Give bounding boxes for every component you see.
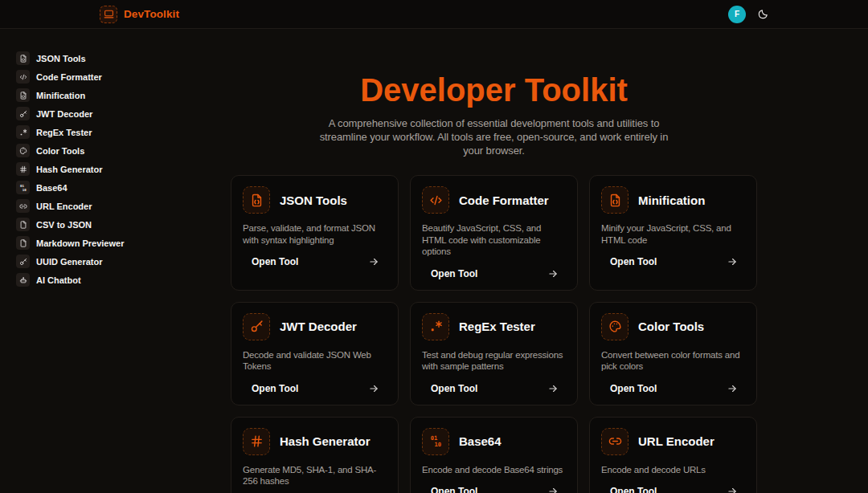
svg-text:10: 10: [434, 441, 441, 448]
card-footer: Open Tool: [422, 268, 566, 279]
sidebar-item-hash-generator[interactable]: Hash Generator: [16, 162, 193, 176]
card-footer: Open Tool: [422, 383, 566, 394]
card-description: Encode and decode URLs: [601, 464, 745, 476]
key-icon: [243, 313, 270, 340]
sidebar-item-regex-tester[interactable]: RegEx Tester: [16, 125, 193, 139]
sidebar-item-label: Color Tools: [36, 146, 84, 156]
subtitle-line: streamline your workflow. All tools are …: [245, 130, 743, 144]
file-json-icon: [16, 51, 30, 65]
tool-card-minification: MinificationMinify your JavaScript, CSS,…: [589, 175, 757, 291]
regex-icon: [422, 313, 449, 340]
svg-text:10: 10: [22, 187, 27, 191]
link-icon: [601, 428, 628, 455]
hash-icon: [243, 428, 270, 455]
hash-icon: [16, 162, 30, 176]
regex-icon: [16, 125, 30, 139]
sidebar-item-label: URL Encoder: [36, 202, 92, 211]
file-json-icon: [243, 186, 270, 214]
palette-icon: [601, 313, 628, 340]
sidebar-item-label: Markdown Previewer: [36, 238, 124, 248]
key-icon: [16, 255, 30, 268]
sidebar-list: JSON ToolsCode FormatterMinificationJWT …: [16, 51, 193, 287]
header-container: DevToolkit F: [100, 0, 768, 28]
key-icon: [16, 107, 30, 120]
tool-card-regex-tester: RegEx TesterTest and debug regular expre…: [410, 302, 578, 405]
subtitle-line: your browser.: [245, 144, 743, 157]
card-head: Minification: [601, 186, 745, 214]
card-head: 0110Base64: [422, 428, 566, 455]
sidebar-item-minification[interactable]: Minification: [16, 88, 193, 102]
arrow-right-icon[interactable]: [547, 383, 559, 394]
card-head: JWT Decoder: [243, 313, 387, 340]
open-tool-link[interactable]: Open Tool: [610, 256, 657, 267]
sidebar-item-label: AI Chatbot: [36, 275, 81, 285]
sidebar-item-label: Base64: [36, 183, 68, 193]
card-description: Parse, validate, and format JSON with sy…: [243, 222, 387, 246]
card-title: JWT Decoder: [280, 320, 357, 333]
brand[interactable]: DevToolkit: [100, 6, 179, 23]
subtitle-line: A comprehensive collection of essential …: [245, 116, 743, 130]
arrow-right-icon[interactable]: [368, 256, 379, 267]
sidebar-item-markdown-previewer[interactable]: Markdown Previewer: [16, 236, 193, 250]
card-title: Minification: [638, 194, 705, 207]
app-header: DevToolkit F: [0, 0, 868, 29]
sidebar-item-label: Minification: [36, 91, 85, 100]
open-tool-link[interactable]: Open Tool: [252, 256, 298, 267]
tool-card-color-tools: Color ToolsConvert between color formats…: [589, 302, 757, 405]
sidebar-item-jwt-decoder[interactable]: JWT Decoder: [16, 107, 193, 120]
palette-icon: [16, 144, 30, 157]
link-icon: [16, 199, 30, 213]
main-content: Developer Toolkit A comprehensive collec…: [231, 73, 757, 493]
moon-icon[interactable]: [757, 9, 768, 20]
laptop-icon: [100, 6, 117, 23]
binary-icon: 0110: [16, 181, 30, 194]
tool-card-url-encoder: URL EncoderEncode and decode URLsOpen To…: [589, 417, 757, 493]
open-tool-link[interactable]: Open Tool: [610, 486, 657, 493]
arrow-right-icon[interactable]: [727, 383, 738, 394]
card-description: Test and debug regular expressions with …: [422, 349, 566, 373]
sidebar-item-uuid-generator[interactable]: UUID Generator: [16, 255, 193, 268]
open-tool-link[interactable]: Open Tool: [610, 383, 657, 394]
card-description: Beautify JavaScript, CSS, and HTML code …: [422, 222, 566, 258]
card-description: Minify your JavaScript, CSS, and HTML co…: [601, 222, 745, 246]
card-title: Base64: [459, 434, 502, 448]
tool-card-jwt-decoder: JWT DecoderDecode and validate JSON Web …: [231, 302, 399, 405]
avatar[interactable]: F: [728, 6, 746, 23]
open-tool-link[interactable]: Open Tool: [431, 486, 477, 493]
open-tool-link[interactable]: Open Tool: [431, 268, 477, 279]
sidebar-item-ai-chatbot[interactable]: AI Chatbot: [16, 273, 193, 287]
arrow-right-icon[interactable]: [368, 383, 379, 394]
open-tool-link[interactable]: Open Tool: [252, 383, 298, 394]
main-area: Developer Toolkit A comprehensive collec…: [193, 29, 868, 492]
open-tool-link[interactable]: Open Tool: [431, 383, 477, 394]
tool-card-grid: JSON ToolsParse, validate, and format JS…: [231, 175, 757, 493]
file-json-icon: [16, 88, 30, 102]
sidebar-item-url-encoder[interactable]: URL Encoder: [16, 199, 193, 213]
card-description: Convert between color formats and pick c…: [601, 349, 745, 373]
card-head: Code Formatter: [422, 186, 566, 214]
code-icon: [16, 70, 30, 84]
arrow-right-icon[interactable]: [727, 486, 738, 493]
card-title: RegEx Tester: [459, 320, 535, 333]
sidebar-item-code-formatter[interactable]: Code Formatter: [16, 70, 193, 84]
tool-card-code-formatter: Code FormatterBeautify JavaScript, CSS, …: [410, 175, 578, 291]
card-head: URL Encoder: [601, 428, 745, 455]
sidebar-item-color-tools[interactable]: Color Tools: [16, 144, 193, 157]
arrow-right-icon[interactable]: [547, 268, 559, 279]
card-head: Color Tools: [601, 313, 745, 340]
sidebar-item-label: RegEx Tester: [36, 128, 92, 137]
page-layout: JSON ToolsCode FormatterMinificationJWT …: [0, 29, 868, 492]
sidebar-item-base64[interactable]: 0110Base64: [16, 181, 193, 194]
card-title: URL Encoder: [638, 434, 714, 448]
card-description: Encode and decode Base64 strings: [422, 464, 566, 476]
binary-icon: 0110: [422, 428, 449, 455]
arrow-right-icon[interactable]: [727, 256, 738, 267]
sidebar-item-csv-to-json[interactable]: CSV to JSON: [16, 218, 193, 231]
sidebar: JSON ToolsCode FormatterMinificationJWT …: [0, 29, 193, 492]
file-icon: [16, 236, 30, 250]
page-subtitle: A comprehensive collection of essential …: [245, 116, 743, 157]
arrow-right-icon[interactable]: [547, 486, 559, 493]
code-icon: [422, 186, 449, 214]
header-actions: F: [728, 6, 768, 23]
sidebar-item-json-tools[interactable]: JSON Tools: [16, 51, 193, 65]
